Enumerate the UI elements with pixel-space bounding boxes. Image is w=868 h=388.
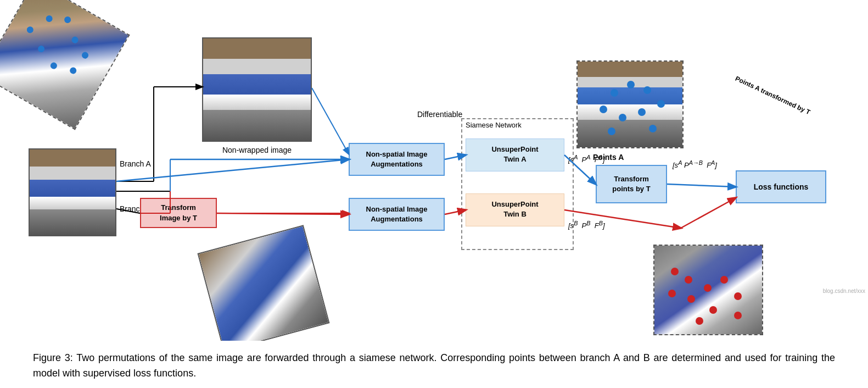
blue-dot-9 [649, 125, 657, 132]
differentiable-label: Differentiable [417, 110, 462, 119]
red-dot-1 [671, 268, 679, 275]
siamese-network-container [461, 118, 574, 250]
transform-points-box: Transformpoints by T [596, 165, 667, 203]
unsuperpoint-twin-a: UnsuperPointTwin A [466, 138, 564, 171]
aug-box-bottom: Non-spatial ImageAugmentations [349, 198, 445, 231]
aug-bottom-label: Non-spatial ImageAugmentations [366, 205, 428, 223]
svg-line-5 [116, 159, 349, 181]
red-dot-9 [696, 317, 703, 325]
svg-line-17 [681, 198, 736, 228]
math-a-label: [sA PA FA] [568, 154, 605, 164]
points-b-box [653, 245, 763, 335]
red-dot-10 [734, 312, 742, 319]
unsuperpoint-twin-b: UnsuperPointTwin B [466, 193, 564, 226]
points-a-image [578, 62, 682, 147]
points-b-label: Points B [675, 340, 707, 341]
blue-dot-3 [643, 86, 651, 94]
blue-dot-8 [608, 128, 615, 135]
red-dot-7 [734, 292, 742, 300]
unsuperpoint-a-label: UnsuperPointTwin A [491, 145, 538, 163]
non-wrapped-image [202, 37, 312, 142]
math-b-label: [sB PB FB] [568, 220, 605, 230]
svg-line-16 [667, 184, 736, 187]
caption-text: Figure 3: Two permutations of the same i… [33, 351, 835, 381]
svg-line-18 [312, 88, 349, 154]
wrapped-bus-image [199, 226, 328, 341]
loss-label: Loss functions [754, 182, 809, 191]
branch-a-label: Branch A [120, 159, 151, 168]
blue-dot-1 [611, 89, 618, 97]
transform-points-label: Transformpoints by T [612, 174, 650, 194]
transform-image-label: TransformImage by T [160, 203, 197, 223]
red-dot-2 [685, 276, 692, 284]
unsuperpoint-b-label: UnsuperPointTwin B [491, 200, 538, 218]
input-bus-image [30, 149, 115, 235]
diagram-container: Input image Non-wrapped image Wrapped im… [0, 0, 868, 341]
wrapped-image [197, 225, 329, 341]
blue-dot-5 [619, 114, 626, 121]
aug-top-label: Non-spatial ImageAugmentations [366, 150, 428, 168]
svg-line-6 [217, 213, 349, 214]
red-dot-4 [687, 295, 695, 303]
math-ab-label: [sA PA→B FA] [673, 159, 717, 169]
non-wrapped-label: Non-wrapped image [202, 146, 312, 154]
siamese-network-label: Siamese Network [466, 121, 522, 129]
non-wrapped-bus-image [203, 38, 311, 141]
red-dot-6 [720, 276, 728, 284]
transform-image-box: TransformImage by T [140, 198, 217, 228]
blue-dot-6 [638, 108, 646, 116]
loss-functions-box: Loss functions [736, 170, 826, 203]
blue-dot-4 [600, 106, 607, 113]
input-image [29, 148, 116, 236]
points-a-transformed-label: Points A transformed by T [734, 75, 811, 117]
caption: Figure 3: Two permutations of the same i… [33, 351, 835, 381]
blue-dot-7 [657, 100, 665, 108]
points-a-rotated-box [0, 0, 130, 130]
red-dot-8 [709, 306, 717, 314]
watermark: blog.csdn.net/xxx [823, 288, 865, 294]
points-a-box [576, 60, 684, 148]
blue-dot-2 [627, 81, 635, 88]
aug-box-top: Non-spatial ImageAugmentations [349, 143, 445, 176]
red-dot-3 [668, 290, 676, 297]
red-dot-5 [704, 284, 712, 292]
